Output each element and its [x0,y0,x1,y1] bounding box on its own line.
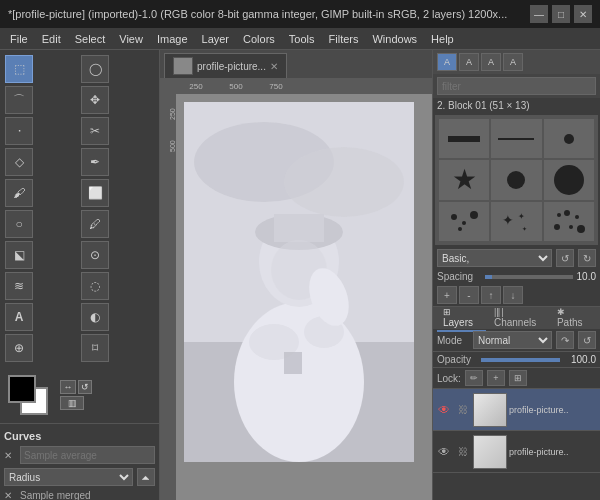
tool-fuzzy-select[interactable]: ✥ [81,86,109,114]
brush-type-select[interactable]: Basic, [437,249,552,267]
menu-view[interactable]: View [113,31,149,47]
brush-action-rotate[interactable]: ↺ [556,249,574,267]
curves-channel-select[interactable]: Radius [4,468,133,486]
mode-label: Mode [437,335,469,346]
tool-eraser[interactable]: ⬜ [81,179,109,207]
tool-measure[interactable]: ⌑ [81,334,109,362]
blend-mode-select[interactable]: Normal [473,331,552,349]
reset-colors-button[interactable]: ↺ [78,380,92,394]
curves-stepper[interactable]: ⏶ [137,468,155,486]
layer-1-visibility-icon[interactable]: 👁 [435,401,453,419]
tool-clone[interactable]: ⊙ [81,241,109,269]
brush-cell-dots3[interactable] [544,202,594,241]
opacity-row: Opacity 100.0 [433,352,600,368]
lock-grid-icon[interactable]: ⊞ [509,370,527,386]
menu-edit[interactable]: Edit [36,31,67,47]
tool-dodge[interactable]: ◐ [81,303,109,331]
curves-sample-merged-close[interactable]: ✕ [4,490,16,500]
tool-smudge[interactable]: ≋ [5,272,33,300]
brush-action-btn-2[interactable]: - [459,286,479,304]
curves-sample-input[interactable] [20,446,155,464]
layer-2-link-icon[interactable]: ⛓ [455,444,471,460]
brush-cell-dots2[interactable]: ✦ ✦ ✦ [491,202,541,241]
active-background-pattern[interactable]: ▥ [60,396,84,410]
menu-colors[interactable]: Colors [237,31,281,47]
tool-selection-rect[interactable]: ⬚ [5,55,33,83]
tool-heal[interactable]: ⬕ [5,241,33,269]
menu-file[interactable]: File [4,31,34,47]
layers-tabs: ⊞ Layers |‖| Channels ✱ Paths [433,307,600,329]
v-ruler: 250 500 [160,94,176,500]
opacity-value: 100.0 [564,354,596,365]
layer-row-2[interactable]: 👁 ⛓ profile-picture.. [433,431,600,473]
brush-cell-md[interactable] [491,160,541,199]
tool-blur[interactable]: ◌ [81,272,109,300]
brush-cell-dots1[interactable] [439,202,489,241]
tool-zoom[interactable]: ⊕ [5,334,33,362]
layer-1-link-icon[interactable]: ⛓ [455,402,471,418]
lock-pencil-icon[interactable]: ✏ [465,370,483,386]
svg-point-2 [284,147,404,217]
canvas-with-ruler: 250 500 [160,94,432,500]
layers-panel: ⊞ Layers |‖| Channels ✱ Paths Mode Norma… [433,306,600,500]
tool-paintbrush[interactable]: 🖌 [5,179,33,207]
menu-filters[interactable]: Filters [323,31,365,47]
layer-2-visibility-icon[interactable]: 👁 [435,443,453,461]
mode-reset-btn[interactable]: ↺ [578,331,596,349]
brush-action-btn-4[interactable]: ↓ [503,286,523,304]
right-tool-btn-4[interactable]: A [503,53,523,71]
mode-action-btn[interactable]: ↷ [556,331,574,349]
brush-action-flip[interactable]: ↻ [578,249,596,267]
swap-colors-button[interactable]: ↔ [60,380,76,394]
brush-action-btn-3[interactable]: ↑ [481,286,501,304]
maximize-button[interactable]: □ [552,5,570,23]
svg-text:✦: ✦ [502,212,514,228]
tool-pencil[interactable]: ✒ [81,148,109,176]
canvas-viewport[interactable] [176,94,432,500]
right-tool-btn-2[interactable]: A [459,53,479,71]
ruler-mark-500: 500 [216,82,256,91]
tool-scissors[interactable]: ✂ [81,117,109,145]
svg-point-21 [564,210,570,216]
canvas-tab-main[interactable]: profile-picture... ✕ [164,53,287,78]
brush-cell-lg[interactable] [544,160,594,199]
right-tool-btn-1[interactable]: A [437,53,457,71]
brush-action-btn-1[interactable]: + [437,286,457,304]
lock-plus-icon[interactable]: + [487,370,505,386]
tool-foreground-select[interactable]: ⬝ [5,117,33,145]
tool-selection-ellipse[interactable]: ◯ [81,55,109,83]
tool-text[interactable]: A [5,303,33,331]
canvas-tab-label: profile-picture... [197,61,266,72]
right-tool-btn-3[interactable]: A [481,53,501,71]
minimize-button[interactable]: — [530,5,548,23]
brush-scatter-svg: ✦ ✦ ✦ [500,209,532,233]
ruler-mark-750: 750 [256,82,296,91]
brush-cell-rect[interactable] [439,119,489,158]
close-button[interactable]: ✕ [574,5,592,23]
brush-cell-sm[interactable] [544,119,594,158]
curves-sample-close[interactable]: ✕ [4,450,16,461]
menu-tools[interactable]: Tools [283,31,321,47]
brush-filter-input[interactable] [437,77,596,95]
brush-actions: + - ↑ ↓ [433,284,600,306]
menu-image[interactable]: Image [151,31,194,47]
menu-layer[interactable]: Layer [196,31,236,47]
canvas-image [184,102,414,462]
menu-select[interactable]: Select [69,31,112,47]
tool-paths[interactable]: ◇ [5,148,33,176]
canvas-tab-close[interactable]: ✕ [270,61,278,72]
layer-row-1[interactable]: 👁 ⛓ profile-picture.. [433,389,600,431]
right-toolbar: A A A A [433,50,600,74]
menu-windows[interactable]: Windows [366,31,423,47]
brush-multi-svg [553,209,585,233]
brush-cell-line[interactable] [491,119,541,158]
tool-airbrush[interactable]: ○ [5,210,33,238]
tool-free-select[interactable]: ⌒ [5,86,33,114]
brush-cell-star[interactable]: ★ [439,160,489,199]
tool-ink[interactable]: 🖊 [81,210,109,238]
foreground-color-swatch[interactable] [8,375,36,403]
menu-help[interactable]: Help [425,31,460,47]
spacing-slider[interactable] [485,275,573,279]
opacity-slider[interactable] [481,358,560,362]
h-ruler: 250 500 750 [160,78,432,94]
